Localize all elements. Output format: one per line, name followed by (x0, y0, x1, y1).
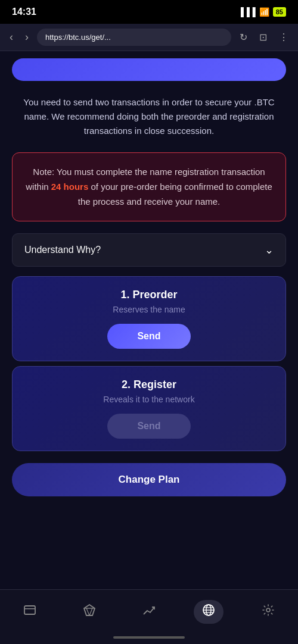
status-bar: 14:31 ▐▐▐ 📶 85 (0, 0, 298, 24)
menu-button[interactable]: ⋮ (275, 29, 292, 45)
svg-line-5 (89, 608, 92, 615)
understand-label: Understand Why? (24, 245, 101, 255)
back-button[interactable]: ‹ (6, 29, 17, 46)
preorder-subtitle: Reserves the name (24, 305, 274, 314)
note-text: Note: You must complete the name registr… (26, 165, 272, 209)
chevron-down-icon: ⌄ (265, 243, 274, 257)
page-content: You need to send two transactions in ord… (0, 51, 298, 589)
preorder-send-button[interactable]: Send (107, 324, 190, 349)
svg-point-11 (266, 608, 270, 612)
preorder-title: 1. Preorder (24, 289, 274, 301)
change-plan-button[interactable]: Change Plan (12, 463, 286, 496)
browser-bar: ‹ › ↻ ⊡ ⋮ (0, 24, 298, 51)
refresh-button[interactable]: ↻ (236, 29, 251, 45)
register-subtitle: Reveals it to the network (24, 395, 274, 404)
note-box: Note: You must complete the name registr… (12, 152, 286, 221)
chart-nav-icon (142, 604, 156, 620)
battery-badge: 85 (273, 7, 286, 17)
home-indicator (0, 631, 298, 644)
preorder-card: 1. Preorder Reserves the name Send (12, 276, 286, 361)
diamond-nav-icon (83, 604, 96, 620)
settings-nav-icon (262, 604, 275, 620)
svg-rect-1 (24, 608, 35, 609)
nav-item-browser[interactable] (15, 600, 45, 624)
nav-item-settings[interactable] (253, 600, 283, 624)
svg-line-4 (86, 608, 89, 615)
note-suffix: of your pre-order being confirmed to com… (78, 182, 272, 207)
url-bar[interactable] (37, 29, 231, 46)
forward-button[interactable]: › (21, 29, 32, 46)
top-button-partial (12, 58, 286, 81)
wifi-icon: 📶 (259, 7, 269, 17)
nav-item-diamond[interactable] (74, 600, 104, 624)
svg-rect-0 (24, 606, 35, 614)
bookmark-button[interactable]: ⊡ (256, 29, 271, 45)
svg-marker-2 (84, 605, 95, 615)
note-highlight: 24 hours (51, 182, 89, 192)
register-title: 2. Register (24, 379, 274, 391)
globe-nav-icon (202, 604, 215, 620)
bottom-nav (0, 589, 298, 631)
nav-item-globe[interactable] (194, 600, 224, 624)
register-send-button[interactable]: Send (107, 414, 190, 439)
status-time: 14:31 (12, 7, 36, 17)
register-card: 2. Register Reveals it to the network Se… (12, 366, 286, 451)
description-text: You need to send two transactions in ord… (0, 81, 298, 150)
status-icons: ▐▐▐ 📶 85 (238, 7, 286, 17)
home-bar (113, 636, 185, 639)
nav-item-chart[interactable] (134, 600, 164, 624)
understand-dropdown[interactable]: Understand Why? ⌄ (12, 233, 286, 267)
signal-icon: ▐▐▐ (238, 7, 256, 17)
browser-nav-icon (23, 604, 36, 620)
